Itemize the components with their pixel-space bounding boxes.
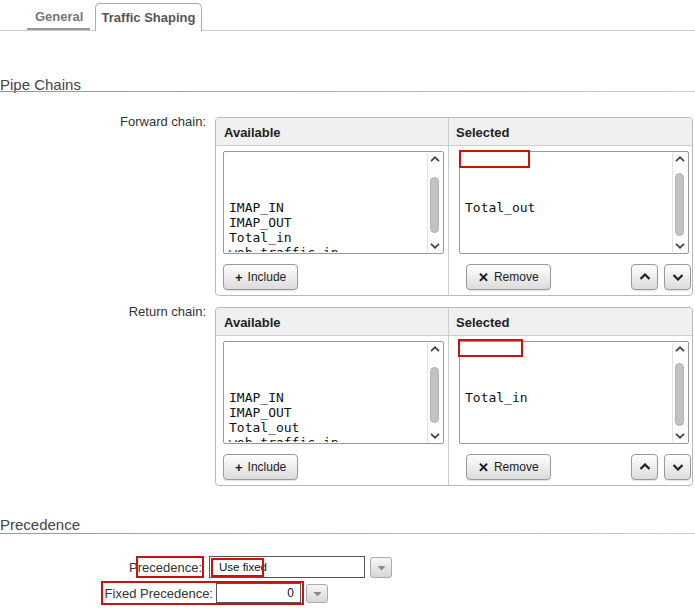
forward-chain-panel: Available Selected IMAP_INIMAP_OUTTotal_… [215, 117, 693, 296]
tab-general[interactable]: General [35, 9, 83, 24]
scrollbar-thumb[interactable] [430, 177, 439, 233]
precedence-dropdown-button[interactable] [370, 557, 392, 578]
include-button-label: Include [248, 460, 287, 474]
scroll-down-icon[interactable] [430, 242, 440, 249]
return-available-options: IMAP_INIMAP_OUTTotal_outweb_traffic_inwe… [225, 343, 427, 442]
chevron-up-icon [639, 273, 651, 281]
list-option[interactable]: IMAP_IN [229, 390, 423, 405]
plus-icon: + [235, 460, 243, 475]
list-option[interactable]: Total_out [229, 420, 423, 435]
precedence-heading: Precedence [0, 516, 80, 533]
scrollbar-thumb[interactable] [675, 173, 684, 236]
list-option[interactable]: web_traffic_in [229, 245, 423, 252]
list-option[interactable]: IMAP_OUT [229, 405, 423, 420]
return-chain-panel: Available Selected IMAP_INIMAP_OUTTotal_… [215, 307, 693, 486]
return-selected-options: Total_in [461, 343, 672, 442]
scroll-up-icon[interactable] [430, 346, 440, 353]
tab-traffic-shaping[interactable]: Traffic Shaping [95, 3, 202, 31]
list-option[interactable]: Total_in [465, 390, 668, 405]
column-divider [448, 308, 449, 485]
available-column-header: Available [224, 125, 281, 140]
scrollbar[interactable] [427, 343, 442, 442]
list-option[interactable]: web_traffic_in [229, 435, 423, 442]
precedence-label: Precedence: [80, 560, 202, 575]
scroll-up-icon[interactable] [675, 156, 685, 163]
return-include-button[interactable]: + Include [223, 454, 298, 480]
precedence-select[interactable]: Use fixed [209, 556, 365, 578]
plus-icon: + [235, 270, 243, 285]
cross-icon: ✕ [478, 460, 489, 475]
list-option[interactable]: Total_out [465, 200, 668, 215]
list-option[interactable]: IMAP_OUT [229, 215, 423, 230]
scroll-up-icon[interactable] [430, 156, 440, 163]
include-button-label: Include [248, 270, 287, 284]
forward-selected-listbox[interactable]: Total_out [459, 151, 689, 254]
fixed-precedence-label: Fixed Precedence: [80, 586, 213, 601]
dropdown-arrow-icon [313, 591, 322, 597]
scroll-down-icon[interactable] [675, 242, 685, 249]
return-move-down-button[interactable] [664, 454, 691, 480]
chevron-up-icon [639, 463, 651, 471]
scroll-up-icon[interactable] [675, 346, 685, 353]
forward-panel-header [216, 118, 692, 146]
forward-available-listbox[interactable]: IMAP_INIMAP_OUTTotal_inweb_traffic_inweb… [223, 151, 444, 254]
forward-selected-options: Total_out [461, 153, 672, 252]
forward-move-down-button[interactable] [664, 264, 691, 290]
forward-include-button[interactable]: + Include [223, 264, 298, 290]
return-move-up-button[interactable] [631, 454, 658, 480]
fixed-precedence-spinner-button[interactable] [306, 584, 328, 603]
scrollbar[interactable] [672, 153, 687, 252]
available-column-header: Available [224, 315, 281, 330]
precedence-rule [0, 533, 695, 534]
return-remove-button[interactable]: ✕ Remove [466, 454, 551, 480]
forward-available-options: IMAP_INIMAP_OUTTotal_inweb_traffic_inweb… [225, 153, 427, 252]
remove-button-label: Remove [494, 270, 539, 284]
tab-bar: General Traffic Shaping [0, 0, 695, 31]
forward-chain-label: Forward chain: [90, 114, 206, 129]
list-option[interactable]: IMAP_IN [229, 200, 423, 215]
chevron-down-icon [672, 463, 684, 471]
scrollbar[interactable] [427, 153, 442, 252]
return-chain-label: Return chain: [90, 304, 206, 319]
forward-remove-button[interactable]: ✕ Remove [466, 264, 551, 290]
pipe-chains-rule [0, 91, 695, 92]
scrollbar[interactable] [672, 343, 687, 442]
list-option[interactable]: Total_in [229, 230, 423, 245]
forward-move-up-button[interactable] [631, 264, 658, 290]
cross-icon: ✕ [478, 270, 489, 285]
remove-button-label: Remove [494, 460, 539, 474]
scrollbar-thumb[interactable] [430, 367, 439, 423]
return-selected-listbox[interactable]: Total_in [459, 341, 689, 444]
selected-column-header: Selected [456, 125, 509, 140]
fixed-precedence-input[interactable]: 0 [216, 583, 301, 603]
scroll-down-icon[interactable] [430, 432, 440, 439]
scroll-down-icon[interactable] [675, 432, 685, 439]
return-panel-header [216, 308, 692, 336]
scrollbar-thumb[interactable] [675, 363, 684, 426]
return-available-listbox[interactable]: IMAP_INIMAP_OUTTotal_outweb_traffic_inwe… [223, 341, 444, 444]
dropdown-arrow-icon [377, 565, 386, 571]
selected-column-header: Selected [456, 315, 509, 330]
precedence-selected-value: Use fixed [219, 557, 267, 577]
chevron-down-icon [672, 273, 684, 281]
tab-general-active-underline [27, 28, 90, 30]
column-divider [448, 118, 449, 295]
